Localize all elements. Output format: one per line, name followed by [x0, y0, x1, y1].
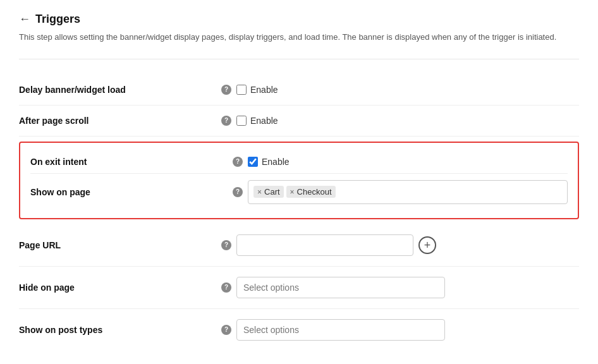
help-after-page-scroll: ? Enable	[221, 116, 579, 126]
help-icon-on-exit-intent[interactable]: ?	[233, 157, 243, 167]
help-delay-banner: ? Enable	[221, 85, 579, 95]
tag-cart: × Cart	[253, 186, 284, 198]
form-row-show-on-page: Show on page ? × Cart × Checkout	[30, 174, 568, 210]
checkbox-on-exit-intent[interactable]	[248, 157, 258, 167]
tag-checkout: × Checkout	[286, 186, 336, 198]
divider	[19, 59, 579, 59]
help-icon-show-on-page[interactable]: ?	[233, 187, 243, 197]
label-show-on-page: Show on page	[30, 187, 233, 197]
header: ← Triggers	[19, 13, 579, 26]
form-row-after-page-scroll: After page scroll ? Enable	[19, 106, 579, 136]
label-after-page-scroll: After page scroll	[19, 116, 221, 126]
form-row-page-url: Page URL ? +	[19, 224, 579, 267]
help-icon-page-url[interactable]: ?	[221, 240, 231, 250]
label-on-exit-intent: On exit intent	[30, 157, 233, 167]
label-show-on-post-types: Show on post types	[19, 325, 221, 335]
help-icon-after-page-scroll[interactable]: ?	[221, 116, 231, 126]
highlighted-section: On exit intent ? Enable Show on page ?	[19, 142, 579, 219]
form-row-on-exit-intent: On exit intent ? Enable	[30, 150, 568, 174]
tag-checkout-label: Checkout	[297, 187, 332, 197]
help-on-exit-intent: ? Enable	[233, 157, 568, 167]
add-icon: +	[424, 240, 431, 251]
enable-label-delay-banner: Enable	[250, 85, 278, 95]
help-hide-on-page: ?	[221, 277, 579, 298]
enable-checkbox-after-page-scroll[interactable]: Enable	[236, 116, 278, 126]
help-show-on-post-types: ?	[221, 319, 579, 341]
page-container: ← Triggers This step allows setting the …	[0, 0, 598, 364]
show-on-post-types-select[interactable]	[236, 319, 445, 341]
label-page-url: Page URL	[19, 240, 221, 250]
enable-label-after-page-scroll: Enable	[250, 116, 278, 126]
help-icon-show-on-post-types[interactable]: ?	[221, 325, 231, 335]
help-icon-delay-banner[interactable]: ?	[221, 85, 231, 95]
help-show-on-page: ? × Cart × Checkout	[233, 180, 568, 204]
hide-on-page-select[interactable]	[236, 277, 445, 298]
enable-label-on-exit-intent: Enable	[262, 157, 290, 167]
tag-remove-cart[interactable]: ×	[257, 188, 262, 196]
page-description: This step allows setting the banner/widg…	[19, 31, 579, 44]
form-row-hide-on-page: Hide on page ?	[19, 267, 579, 309]
back-button[interactable]: ←	[19, 13, 30, 26]
tag-remove-checkout[interactable]: ×	[290, 188, 295, 196]
page-title: Triggers	[35, 13, 80, 26]
form-row-show-on-post-types: Show on post types ?	[19, 309, 579, 351]
enable-checkbox-delay-banner[interactable]: Enable	[236, 85, 278, 95]
checkbox-after-page-scroll[interactable]	[236, 116, 247, 126]
tags-input-show-on-page[interactable]: × Cart × Checkout	[248, 180, 568, 204]
label-delay-banner: Delay banner/widget load	[19, 85, 221, 95]
tag-cart-label: Cart	[264, 187, 280, 197]
back-icon: ←	[19, 13, 30, 26]
checkbox-delay-banner[interactable]	[236, 85, 247, 95]
label-hide-on-page: Hide on page	[19, 282, 221, 293]
add-url-button[interactable]: +	[418, 236, 436, 254]
help-icon-hide-on-page[interactable]: ?	[221, 282, 231, 293]
enable-checkbox-on-exit-intent[interactable]: Enable	[248, 157, 290, 167]
form-row-delay-banner: Delay banner/widget load ? Enable	[19, 75, 579, 106]
help-page-url: ? +	[221, 234, 579, 256]
page-url-input[interactable]	[236, 234, 413, 256]
form-section: Delay banner/widget load ? Enable After …	[19, 75, 579, 351]
page-url-row: +	[236, 234, 579, 256]
